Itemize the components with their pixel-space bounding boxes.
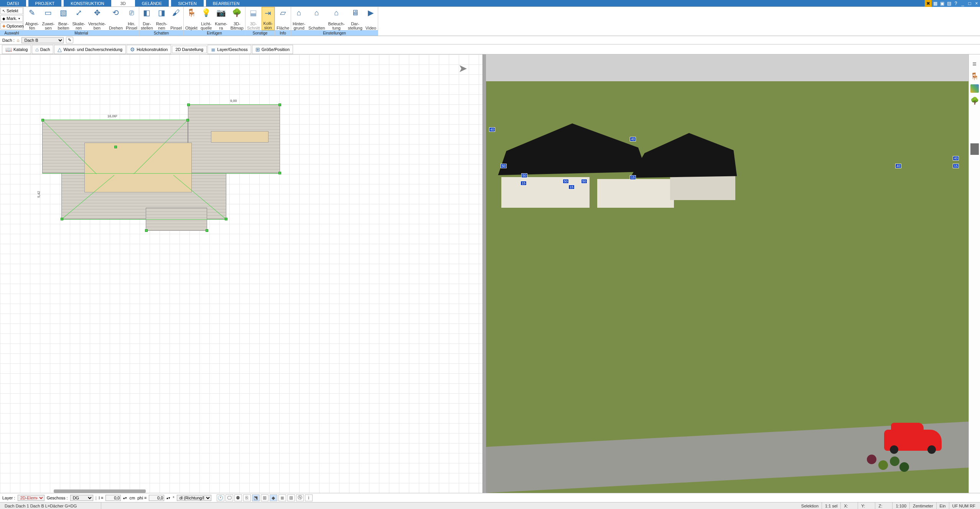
phi-input[interactable] [149, 495, 164, 501]
edit-pencil-icon[interactable]: ✎ [66, 37, 73, 43]
ribbon-rechnen-button[interactable]: ◨Rech-nen [155, 7, 169, 30]
dach-select[interactable]: Dach B [21, 37, 64, 43]
kamera-icon: 📷 [216, 8, 226, 17]
furniture-icon[interactable]: 🪑 [970, 72, 979, 80]
monitor-icon[interactable]: 🖵 [226, 494, 233, 501]
help-icon[interactable]: ? [952, 0, 959, 7]
car-model[interactable] [884, 430, 942, 451]
window-icon-3[interactable]: ▤ [945, 0, 952, 7]
ribbon-hin.pinsel-button[interactable]: ⎚Hin.Pinsel [124, 7, 139, 30]
ribbon-bearbeiten-button[interactable]: ▧Bear-beiten [56, 7, 71, 30]
toolbar-label: Größe/Position [262, 47, 290, 52]
ribbon-video-button[interactable]: ▶Video [364, 7, 378, 30]
menu-sichten[interactable]: SICHTEN [171, 0, 203, 7]
group-label-einfuegen: Einfügen [184, 30, 245, 36]
tools-icon[interactable]: ✖ [925, 0, 932, 7]
ribbon-darstellen-button[interactable]: ◧Dar-stellen [139, 7, 155, 30]
ribbon-kollision-button[interactable]: ⇥Kolli-sion [262, 7, 275, 30]
wandunddachverschneidung-icon: △ [58, 46, 62, 53]
ribbon-lichtquelle-button[interactable]: 💡Licht-quelle [199, 7, 213, 30]
menu-bearbeiten[interactable]: BEARBEITEN [206, 0, 247, 7]
layer-icon[interactable]: ≣ [278, 494, 286, 501]
toolbar-greposition-button[interactable]: ⊞Größe/Position [252, 45, 293, 54]
north-icon[interactable]: Ⓝ [296, 494, 304, 501]
toolbar-wandunddachverschneidung-button[interactable]: △Wand- und Dachverschneidung [54, 45, 126, 54]
angle-label: 50 [581, 179, 587, 184]
grid-snap-icon[interactable]: ⊞ [261, 494, 268, 501]
3dbitmap-icon: 🌳 [232, 8, 242, 17]
minimize-icon[interactable]: _ [959, 0, 966, 7]
side-drag-handle[interactable] [970, 143, 979, 155]
house-model[interactable] [490, 120, 739, 196]
toolbar-layergeschoss-button[interactable]: ≣Layer/Geschoss [208, 45, 251, 54]
menu-3d[interactable]: 3D [114, 0, 133, 7]
cm-label: cm [129, 496, 135, 500]
tree-icon[interactable]: 🌳 [970, 97, 979, 105]
floor-plan[interactable]: 16,06² 9,00 5,42 [19, 100, 288, 235]
status-z: Z: [875, 502, 893, 509]
group-label-sonstige: Sonstige [245, 30, 275, 36]
dach-label: Dach : [2, 38, 15, 43]
maximize-icon[interactable]: □ [966, 0, 973, 7]
clock-icon[interactable]: 🕐 [217, 494, 224, 501]
grid-icon[interactable]: ⊞ [287, 494, 295, 501]
window-icon-1[interactable]: ▦ [932, 0, 939, 7]
angle-label: 50 [563, 179, 569, 184]
layer-select[interactable]: 2D-Elemen [18, 495, 44, 501]
geschoss-select[interactable]: DG [70, 495, 93, 501]
ribbon-skalieren-button[interactable]: ⤢Skalie-ren [71, 7, 87, 30]
ribbon-darstellung-button[interactable]: 🖥Dar-stellung [346, 7, 364, 30]
ribbon-abgreifen-button[interactable]: ✎Abgrei-fen [24, 7, 40, 30]
mode-select[interactable]: dl (Richtung/Di [177, 495, 211, 501]
ribbon-fläche-button[interactable]: ▱Fläche [275, 7, 291, 30]
status-left: Dach Dach 1 Dach B L=Dächer G=DG [2, 502, 101, 509]
toolbar-ddarstellung-button[interactable]: 2D Darstellung [172, 46, 207, 53]
menu-datei[interactable]: DATEI [0, 0, 26, 7]
ribbon-zuweisen-button[interactable]: ▭Zuwei-sen [40, 7, 56, 30]
ribbon-verschieben-button[interactable]: ✥Verschie-ben [87, 7, 107, 30]
toolbar-label: Holzkonstruktion [137, 47, 168, 52]
menu-gelaende[interactable]: GELÄNDE [135, 0, 169, 7]
menu-konstruktion[interactable]: KONSTRUKTION [64, 0, 111, 7]
info-icon[interactable]: i [305, 494, 313, 501]
greposition-icon: ⊞ [255, 46, 260, 53]
toolbar-dach-button[interactable]: ⌂Dach [32, 45, 53, 54]
ribbon-pinsel-button[interactable]: 🖌Pinsel [169, 7, 183, 30]
layers-icon[interactable]: ≡ [970, 60, 979, 68]
workspace: ➤ [0, 54, 980, 493]
ribbon-hintergrund-button[interactable]: ⌂Hinter-grund [291, 7, 307, 30]
group-icon[interactable]: ⚉ [234, 494, 242, 501]
snap-icon[interactable]: ⬔ [252, 494, 260, 501]
ribbon-label: Objekt [185, 26, 198, 30]
copy-icon[interactable]: ⎘ [243, 494, 251, 501]
selekt-button[interactable]: ↖Selekt [0, 7, 23, 14]
ribbon-drehen-button[interactable]: ⟲Drehen [107, 7, 124, 30]
group-label-material: Material [24, 30, 139, 36]
lichtquelle-icon: 💡 [201, 8, 211, 17]
ribbon-beleuchtung-button[interactable]: ⌂Beleuch-tung [326, 7, 346, 30]
ribbon-3dbitmap-button[interactable]: 🌳3D-Bitmap [229, 7, 245, 30]
ortho-icon[interactable]: ◆ [270, 494, 277, 501]
view-3d[interactable]: 40 40 40 40 50 50 50 50 15 15 15 15 [486, 54, 968, 493]
layergeschoss-icon: ≣ [211, 46, 216, 53]
ribbon-label: 3D-Schnitt [247, 22, 260, 30]
close-icon[interactable]: × [973, 0, 980, 7]
toolbar-holzkonstruktion-button[interactable]: ⚙Holzkonstruktion [127, 45, 171, 54]
ribbon-schatten-button[interactable]: ⌂Schatten [307, 7, 326, 30]
l-input[interactable] [105, 495, 121, 501]
view-splitter[interactable] [483, 54, 486, 493]
angle-label: 15 [953, 164, 959, 168]
ribbon-3dschnitt-button[interactable]: ⬓3D-Schnitt [245, 7, 262, 30]
ribbon-kamera-button[interactable]: 📷Kame-ra [213, 7, 229, 30]
view-2d[interactable]: ➤ [0, 54, 483, 493]
group-label-schatten: Schatten [139, 30, 183, 36]
window-icon-2[interactable]: ▣ [939, 0, 945, 7]
layer-label: Layer : [2, 496, 15, 500]
toolbar-katalog-button[interactable]: 📖Katalog [2, 45, 31, 54]
ribbon-objekt-button[interactable]: 🪑Objekt [184, 7, 199, 30]
materials-icon[interactable] [970, 84, 979, 93]
mark-button[interactable]: ◆Mark.▾ [0, 15, 23, 22]
optionen-button[interactable]: ✚Optionen [0, 23, 23, 30]
menu-projekt[interactable]: PROJEKT [28, 0, 62, 7]
horizontal-scrollbar[interactable] [54, 489, 146, 493]
